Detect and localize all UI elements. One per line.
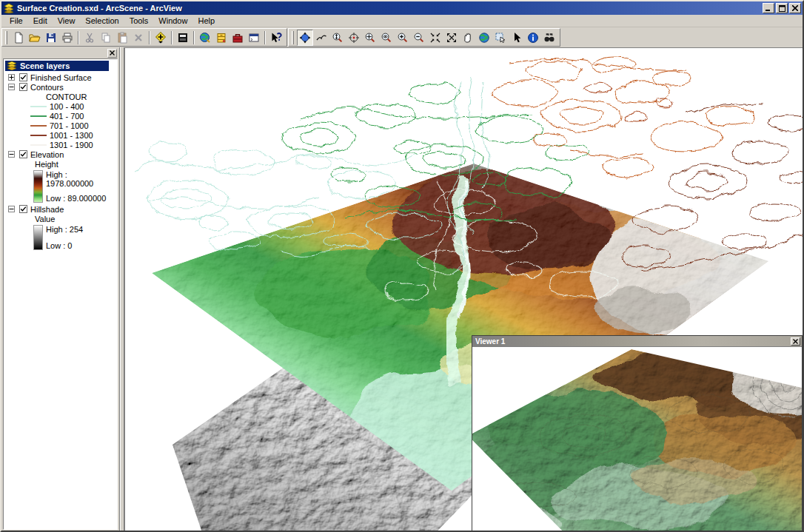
- save-icon: [45, 32, 57, 44]
- arcmap-button[interactable]: [197, 30, 213, 46]
- checkmark-icon: [20, 84, 27, 90]
- pan-hand-icon: [462, 32, 474, 44]
- menu-window[interactable]: Window: [153, 16, 192, 26]
- tools-toolbar: [288, 28, 560, 47]
- hillshade-field-name: Value: [5, 214, 117, 223]
- arccatalog-button[interactable]: [213, 30, 230, 46]
- menu-view[interactable]: View: [53, 16, 81, 26]
- contours-field-name: CONTOUR: [5, 92, 117, 101]
- zoom-expand-button[interactable]: [443, 30, 460, 46]
- checkbox-elevation[interactable]: [19, 150, 27, 158]
- viewer-close-button[interactable]: [791, 337, 800, 346]
- identify-button[interactable]: [525, 30, 541, 46]
- toolbar-grip[interactable]: [5, 31, 7, 44]
- set-observer-button[interactable]: [378, 30, 395, 46]
- minimize-button[interactable]: [763, 3, 774, 13]
- whats-this-button[interactable]: [268, 30, 284, 46]
- expand-plus-icon[interactable]: [8, 74, 15, 81]
- select-elements-button[interactable]: [509, 30, 525, 46]
- menu-edit[interactable]: Edit: [28, 16, 53, 26]
- fly-tool-button[interactable]: [313, 30, 329, 46]
- toolbar-grip[interactable]: [292, 31, 294, 44]
- paste-icon: [116, 32, 128, 44]
- cut-button[interactable]: [81, 30, 98, 46]
- menu-tools[interactable]: Tools: [124, 16, 154, 26]
- fixed-zoom-out-button[interactable]: [411, 30, 427, 46]
- class-label: 100 - 400: [50, 102, 84, 111]
- close-icon: [792, 5, 798, 11]
- find-binoculars-icon: [543, 32, 555, 44]
- checkbox-finished-surface[interactable]: [19, 73, 27, 81]
- arcscene-window: Surface Creation.sxd - ArcScene - ArcVie…: [0, 0, 804, 532]
- navigate-tool-button[interactable]: [297, 30, 313, 46]
- ramp-low-label: Low : 0: [46, 241, 83, 250]
- zoom-in-out-button[interactable]: [329, 30, 346, 46]
- fly-icon: [315, 32, 327, 44]
- arccatalog-icon: [215, 32, 227, 44]
- class-label: 401 - 700: [50, 112, 84, 121]
- toolbar-separator: [149, 31, 150, 44]
- delete-button[interactable]: [130, 30, 147, 46]
- class-label: 701 - 1000: [50, 121, 89, 130]
- collapse-minus-icon[interactable]: [8, 206, 15, 212]
- open-button[interactable]: [27, 30, 43, 46]
- paste-button[interactable]: [114, 30, 130, 46]
- layer-row-contours[interactable]: Contours: [5, 82, 117, 92]
- toc-root-scene-layers[interactable]: Scene layers: [5, 61, 109, 71]
- checkmark-icon: [20, 74, 27, 81]
- checkbox-contours[interactable]: [19, 83, 27, 91]
- arctoolbox-icon: [232, 32, 244, 44]
- checkbox-hillshade[interactable]: [19, 205, 27, 213]
- elevation-ramp-row: High : 1978.000000 Low : 89.000000: [5, 170, 117, 203]
- close-button[interactable]: [789, 3, 801, 13]
- viewer-titlebar[interactable]: Viewer 1: [472, 336, 802, 346]
- menu-file[interactable]: File: [4, 16, 28, 26]
- layer-row-elevation[interactable]: Elevation: [5, 149, 117, 159]
- layer-row-hillshade[interactable]: Hillshade: [5, 204, 117, 214]
- command-line-icon: [248, 32, 260, 44]
- line-swatch: [30, 125, 47, 127]
- toolbar-separator: [264, 31, 266, 44]
- full-extent-button[interactable]: [476, 30, 492, 46]
- legend-class-row: 100 - 400: [5, 101, 117, 111]
- toolbar-separator: [78, 31, 79, 44]
- scene-viewport[interactable]: Viewer 1: [124, 47, 803, 531]
- save-button[interactable]: [43, 30, 59, 46]
- copy-button[interactable]: [98, 30, 114, 46]
- zoom-contract-button[interactable]: [427, 30, 443, 46]
- center-on-target-button[interactable]: [346, 30, 362, 46]
- fixed-zoom-in-button[interactable]: [395, 30, 411, 46]
- plus-glyph: [9, 75, 14, 80]
- print-button[interactable]: [59, 30, 76, 46]
- collapse-minus-icon[interactable]: [8, 84, 15, 90]
- collapse-minus-icon[interactable]: [8, 151, 15, 158]
- print-icon: [61, 32, 73, 44]
- checkmark-icon: [20, 151, 27, 158]
- layer-row-finished-surface[interactable]: Finished Surface: [5, 73, 117, 82]
- legend-class-row: 401 - 700: [5, 111, 117, 121]
- viewer-3d-view[interactable]: [472, 346, 802, 531]
- viewer-window[interactable]: Viewer 1: [472, 335, 803, 531]
- menubar: File Edit View Selection Tools Window He…: [1, 15, 803, 27]
- find-button[interactable]: [541, 30, 557, 46]
- standard-toolbar: [1, 28, 287, 47]
- menu-help[interactable]: Help: [192, 16, 220, 26]
- arctoolbox-button[interactable]: [230, 30, 246, 46]
- line-swatch: [30, 115, 47, 117]
- elevation-field-name: Height: [5, 159, 117, 169]
- command-line-button[interactable]: [246, 30, 262, 46]
- new-document-button[interactable]: [10, 30, 27, 46]
- observer-eye-icon: [381, 32, 392, 44]
- menu-selection[interactable]: Selection: [80, 16, 124, 26]
- toc-close-button[interactable]: [107, 49, 117, 58]
- scene-properties-button[interactable]: [175, 30, 191, 46]
- minimize-icon: [766, 5, 771, 11]
- pan-tool-button[interactable]: [460, 30, 476, 46]
- titlebar[interactable]: Surface Creation.sxd - ArcScene - ArcVie…: [1, 1, 803, 15]
- toolbar-row: [1, 27, 803, 47]
- close-icon: [110, 50, 115, 55]
- add-data-button[interactable]: [153, 30, 169, 46]
- select-graphics-button[interactable]: [492, 30, 509, 46]
- maximize-button[interactable]: [776, 3, 788, 13]
- zoom-to-target-button[interactable]: [362, 30, 378, 46]
